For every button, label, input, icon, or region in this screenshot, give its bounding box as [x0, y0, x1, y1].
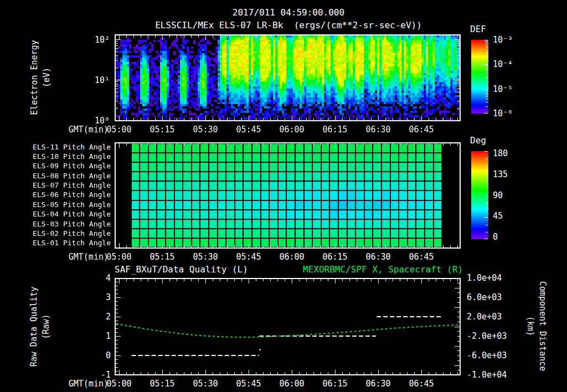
- plot-screen: 2017/011 04:59:00.000 ELSSCIL/MEx ELS-07…: [0, 0, 567, 392]
- distance-y-tick-label: -1.0e+04: [467, 370, 518, 380]
- pitch-row-label: ELS-11 Pitch Angle: [22, 143, 111, 152]
- quality-y-tick-label: 0: [89, 350, 111, 360]
- def-colorbar-tick-label: 10⁻⁴: [493, 59, 513, 69]
- x-tick-label: 05:45: [232, 125, 265, 135]
- quality-y-tick-label: 1: [89, 331, 111, 341]
- pitch-row-label: ELS-02 Pitch Angle: [22, 229, 111, 238]
- def-colorbar: [471, 40, 488, 114]
- quality-title-right: MEXORBMC/SPF X, Spacecraft (R): [276, 265, 463, 275]
- x-tick-label: 05:30: [189, 379, 222, 389]
- x-tick-label: 05:45: [232, 252, 265, 262]
- x-tick-label: 05:00: [102, 379, 136, 389]
- x-tick-label: 06:45: [405, 252, 438, 262]
- pitch-row-label: ELS-09 Pitch Angle: [22, 162, 111, 171]
- deg-colorbar: [471, 151, 488, 239]
- x-tick-label: 06:00: [275, 125, 308, 135]
- def-colorbar-tick-label: 10⁻⁵: [493, 84, 513, 94]
- deg-colorbar-tick-label: 135: [493, 169, 508, 179]
- quality-y-tick-label: 2: [89, 312, 111, 322]
- pitch-row-label: ELS-08 Pitch Angle: [22, 172, 111, 180]
- pitch-row-label: ELS-06 Pitch Angle: [22, 190, 111, 199]
- x-tick-label: 06:30: [362, 125, 395, 135]
- quality-y-axis-label-left-line2: (Raw): [40, 287, 52, 367]
- quality-y-axis-label-left: Raw Data Quality (Raw): [28, 287, 52, 367]
- x-tick-label: 06:00: [275, 379, 308, 389]
- x-tick-label: 05:30: [189, 252, 222, 262]
- x-tick-label: 06:30: [362, 379, 395, 389]
- deg-colorbar-tick-label: 45: [493, 211, 503, 221]
- spectrogram-y-tick-label: 10²: [79, 35, 110, 45]
- quality-y-axis-label-right: Component Distance (km): [524, 281, 549, 372]
- x-tick-label: 05:15: [146, 379, 179, 389]
- distance-y-tick-label: -2.0e+03: [467, 331, 518, 341]
- plot-title-instrument: ELSSCIL/MEx ELS-07 LR-Bk (ergs/(cm**2-sr…: [67, 20, 510, 30]
- quality-y-tick-label: 4: [89, 273, 111, 283]
- distance-y-tick-label: 6.0e+03: [467, 292, 518, 302]
- def-colorbar-tick-label: 10⁻⁶: [493, 109, 513, 118]
- quality-y-axis-label-right-line1: Component Distance: [537, 281, 549, 372]
- plot-title-date: 2017/011 04:59:00.000: [95, 8, 482, 18]
- gmt-axis-label: GMT(min): [59, 379, 109, 389]
- quality-y-axis-label-left-line1: Raw Data Quality: [28, 287, 40, 367]
- quality-y-axis-label-right-line2: (km): [524, 281, 537, 372]
- electron-energy-spectrogram-canvas: [115, 34, 461, 121]
- x-tick-label: 05:00: [102, 125, 136, 135]
- x-tick-label: 05:15: [146, 252, 179, 262]
- x-tick-label: 05:15: [146, 125, 179, 135]
- deg-colorbar-tick-label: 180: [493, 148, 508, 158]
- x-tick-label: 06:15: [318, 379, 352, 389]
- distance-y-tick-label: -6.0e+03: [467, 350, 518, 360]
- spectrogram-y-axis-label-line1: Electron Energy: [28, 40, 40, 115]
- quality-line-plot-canvas: [115, 278, 461, 375]
- x-tick-label: 06:45: [405, 379, 438, 389]
- spectrogram-y-axis-label-line2: (eV): [40, 40, 53, 115]
- x-tick-label: 06:00: [275, 252, 308, 262]
- pitch-row-label: ELS-05 Pitch Angle: [22, 200, 111, 209]
- x-tick-label: 06:45: [405, 125, 438, 135]
- pitch-row-label: ELS-07 Pitch Angle: [22, 181, 111, 190]
- x-tick-label: 05:00: [102, 252, 136, 262]
- gmt-axis-label: GMT(min): [59, 252, 109, 262]
- distance-y-tick-label: 2.0e+03: [467, 312, 518, 322]
- pitch-row-label: ELS-01 Pitch Angle: [22, 239, 111, 247]
- x-tick-label: 06:15: [318, 125, 352, 135]
- distance-y-tick-label: 1.0e+04: [467, 273, 518, 283]
- spectrogram-y-tick-label: 10¹: [79, 75, 110, 85]
- pitch-row-label: ELS-10 Pitch Angle: [22, 152, 111, 161]
- quality-y-tick-label: 3: [89, 292, 111, 302]
- spectrogram-y-axis-label: Electron Energy (eV): [28, 40, 53, 115]
- def-colorbar-title: DEF: [470, 24, 486, 34]
- deg-colorbar-title: Deg: [470, 136, 486, 146]
- quality-title-left: SAF_BXuT/Data Quality (L): [115, 265, 248, 275]
- deg-colorbar-tick-label: 0: [493, 232, 498, 242]
- def-colorbar-tick-label: 10⁻³: [493, 35, 513, 45]
- x-tick-label: 05:45: [232, 379, 265, 389]
- pitch-angle-heatmap-canvas: [115, 142, 461, 249]
- x-tick-label: 06:15: [318, 252, 352, 262]
- x-tick-label: 06:30: [362, 252, 395, 262]
- pitch-row-label: ELS-04 Pitch Angle: [22, 210, 111, 219]
- pitch-row-label: ELS-03 Pitch Angle: [22, 220, 111, 229]
- x-tick-label: 05:30: [189, 125, 222, 135]
- deg-colorbar-tick-label: 90: [493, 190, 503, 200]
- gmt-axis-label: GMT(min): [59, 125, 109, 135]
